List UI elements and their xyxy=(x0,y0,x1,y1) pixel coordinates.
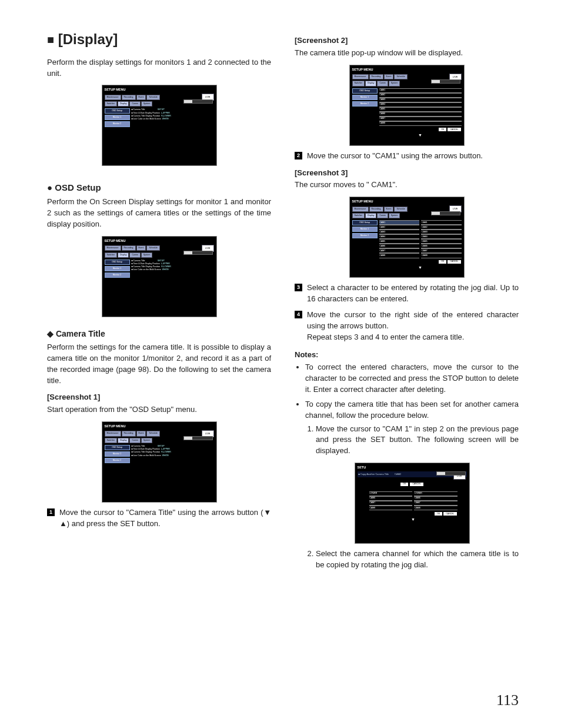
screenshot3-label: [Screenshot 3] xyxy=(295,168,519,179)
screenshot-osd-setup: SETUP MENU Maintenance Recording Event S… xyxy=(47,236,271,317)
screenshot-display-menu: SETUP MENU Maintenance Recording Event S… xyxy=(47,85,271,166)
step-number-icon: 4 xyxy=(295,311,302,318)
sub-step: Move the cursor to "CAM 1" in step 2 on … xyxy=(316,424,519,457)
step-number-icon: 2 xyxy=(295,152,302,159)
screenshot-3: SETUP MENU Maintenance Recording Event S… xyxy=(295,197,519,278)
notes-heading: Notes: xyxy=(295,350,519,361)
screenshot2-text: The camera title pop-up window will be d… xyxy=(295,48,519,59)
left-column: ■ [Display] Perform the display settings… xyxy=(47,29,271,574)
step-3: 3 Select a character to be entered by ro… xyxy=(295,282,519,305)
notes-list: To correct the entered characters, move … xyxy=(305,362,519,570)
step-2: 2 Move the cursor to "CAM1" using the ar… xyxy=(295,151,519,162)
intro-text: Perform the display settings for monitor… xyxy=(47,57,271,79)
page-number: 113 xyxy=(496,689,519,712)
screenshot2-label: [Screenshot 2] xyxy=(295,35,519,46)
step-1: 1 Move the cursor to "Camera Title" usin… xyxy=(47,507,271,530)
sub-steps: Select the camera channel for which the … xyxy=(316,549,519,571)
step-number-icon: 1 xyxy=(47,508,55,516)
camera-title-text: Perform the settings for the camera titl… xyxy=(47,342,271,386)
section-title: ■ [Display] xyxy=(47,29,271,50)
camera-title-heading: ◆ Camera Title xyxy=(47,328,271,340)
screenshot-2: SETUP MENU Maintenance Recording Event S… xyxy=(295,65,519,146)
step-number-icon: 3 xyxy=(295,284,302,291)
screenshot-1: SETUP MENU Maintenance Recording Event S… xyxy=(47,421,271,503)
manual-page: ■ [Display] Perform the display settings… xyxy=(0,0,561,728)
right-column: [Screenshot 2] The camera title pop-up w… xyxy=(295,29,519,574)
screenshot1-text: Start operation from the "OSD Setup" men… xyxy=(47,404,271,415)
note-item: To correct the entered characters, move … xyxy=(305,362,519,395)
osd-setup-text: Perform the On Screen Display settings f… xyxy=(47,197,271,230)
note-item: To copy the camera title that has been s… xyxy=(305,399,519,571)
step-4: 4 Move the cursor to the right side of t… xyxy=(295,310,519,343)
screenshot3-text: The cursor moves to " CAM1". xyxy=(295,179,519,191)
osd-setup-heading: ● OSD Setup xyxy=(47,181,271,194)
sub-step: Select the camera channel for which the … xyxy=(316,549,519,571)
screenshot1-label: [Screenshot 1] xyxy=(47,392,271,403)
screenshot-copy-title: SETU ■ Copy Another Camera Title CAM2 LI… xyxy=(305,463,519,544)
sub-steps: Move the cursor to "CAM 1" in step 2 on … xyxy=(316,424,519,457)
